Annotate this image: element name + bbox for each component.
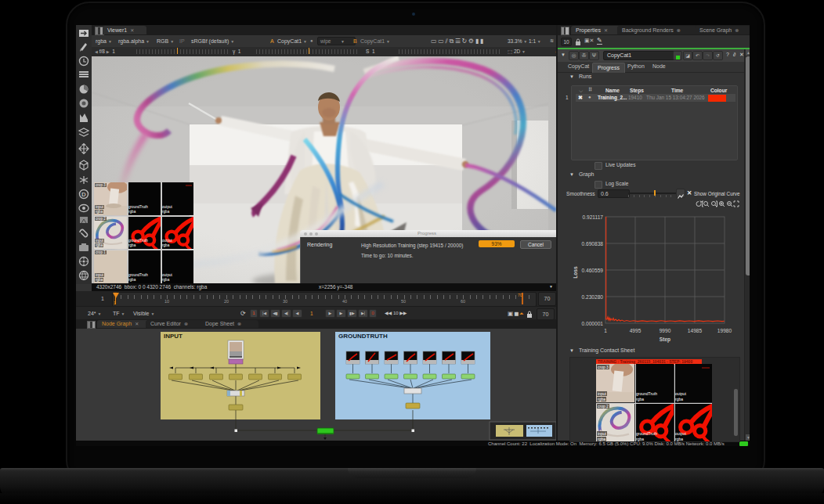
svg-text:0.230280: 0.230280 [581,294,603,300]
svg-text:D: D [81,191,86,198]
svg-text:0.460559: 0.460559 [581,268,603,273]
svg-text:4995: 4995 [630,328,641,333]
svg-text:0.690838: 0.690838 [581,241,603,247]
svg-text:0.000001: 0.000001 [581,321,603,326]
svg-text:9990: 9990 [660,328,671,333]
svg-text:INPUT: INPUT [164,333,183,340]
svg-text:GROUNDTRUTH: GROUNDTRUTH [338,333,388,340]
svg-text:0.921117: 0.921117 [582,214,603,220]
svg-text:Loss: Loss [573,266,578,279]
svg-text:14985: 14985 [688,328,703,333]
svg-text:19980: 19980 [717,328,732,333]
svg-text:Step: Step [660,337,670,343]
svg-text:1: 1 [604,328,607,333]
